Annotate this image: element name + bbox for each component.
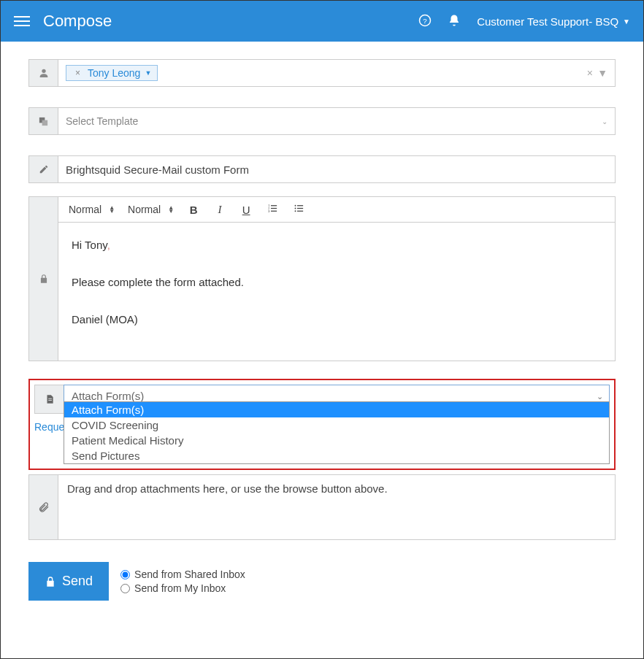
toolbar-style2-label: Normal [128, 204, 161, 215]
template-select[interactable]: Select Template ⌄ [58, 107, 616, 135]
unordered-list-button[interactable] [292, 203, 305, 216]
toolbar-style1-label: Normal [69, 204, 101, 215]
pencil-icon [28, 155, 58, 183]
svg-rect-17 [48, 398, 52, 399]
svg-point-16 [294, 210, 296, 212]
subject-row [28, 155, 616, 183]
attach-forms-highlight: Attach Form(s) ⌄ Reque Attach Form(s) CO… [28, 379, 616, 470]
form-icon [34, 385, 64, 414]
bold-button[interactable]: B [187, 204, 200, 216]
send-button[interactable]: Send [28, 562, 109, 601]
radio-shared-label: Send from Shared Inbox [134, 569, 245, 580]
person-icon [28, 59, 58, 87]
bell-icon[interactable] [448, 14, 461, 29]
updown-icon: ▲▼ [109, 206, 115, 213]
remove-recipient-icon[interactable]: × [72, 68, 83, 78]
recipient-tag[interactable]: × Tony Leong ▼ [66, 65, 158, 81]
send-row: Send Send from Shared Inbox Send from My… [28, 562, 616, 601]
svg-point-2 [42, 69, 45, 73]
radio-shared-input[interactable] [120, 570, 130, 579]
template-icon [28, 107, 58, 135]
svg-rect-6 [271, 208, 277, 209]
app-header: Compose ? Customer Test Support- BSQ ▼ [1, 1, 643, 42]
editor-greeting: Hi Tony [72, 239, 107, 251]
user-label-text: Customer Test Support- BSQ [477, 15, 618, 28]
editor-row: Normal ▲▼ Normal ▲▼ B I U 123 [28, 196, 616, 361]
attach-option[interactable]: COVID Screening [64, 417, 609, 433]
clear-all-recipients-icon[interactable]: × [587, 67, 593, 79]
toolbar-style-select-2[interactable]: Normal ▲▼ [128, 204, 174, 215]
editor-body[interactable]: Hi Tony, Please complete the form attach… [58, 223, 616, 361]
svg-text:?: ? [423, 16, 427, 24]
template-placeholder: Select Template [66, 115, 138, 127]
lock-icon [28, 196, 58, 361]
svg-rect-5 [271, 205, 277, 206]
editor-signature: Daniel (MOA) [72, 310, 602, 329]
radio-my-inbox[interactable]: Send from My Inbox [120, 582, 245, 594]
attachment-dropzone-row: Drag and drop attachments here, or use t… [28, 474, 616, 540]
template-row: Select Template ⌄ [28, 107, 616, 135]
subject-field-cell [58, 155, 616, 183]
italic-button[interactable]: I [213, 204, 226, 216]
template-dropdown-icon: ⌄ [602, 117, 607, 126]
recipient-field[interactable]: × Tony Leong ▼ × ▼ [58, 59, 616, 87]
svg-point-15 [294, 208, 296, 209]
recipient-dropdown-icon[interactable]: ▼ [597, 67, 607, 79]
svg-point-14 [294, 205, 296, 207]
recipient-row: × Tony Leong ▼ × ▼ [28, 59, 616, 87]
editor-comma: , [107, 239, 110, 251]
attach-option[interactable]: Send Pictures [64, 448, 609, 463]
attach-forms-dropdown: Attach Form(s) COVID Screening Patient M… [64, 401, 610, 464]
updown-icon: ▲▼ [168, 206, 174, 213]
user-menu[interactable]: Customer Test Support- BSQ ▼ [477, 15, 630, 28]
page-title: Compose [43, 12, 418, 31]
editor-line2: Please complete the form attached. [72, 273, 602, 292]
help-icon[interactable]: ? [418, 14, 432, 29]
recipient-caret-icon[interactable]: ▼ [145, 69, 151, 77]
svg-rect-12 [297, 208, 303, 209]
recipient-name: Tony Leong [88, 67, 140, 79]
send-from-group: Send from Shared Inbox Send from My Inbo… [120, 566, 245, 596]
attach-option[interactable]: Patient Medical History [64, 433, 609, 448]
ordered-list-button[interactable]: 123 [266, 203, 279, 216]
subject-input[interactable] [66, 163, 607, 176]
svg-text:3: 3 [268, 210, 269, 213]
menu-hamburger-icon[interactable] [14, 16, 30, 26]
svg-rect-4 [42, 120, 48, 126]
paperclip-icon [28, 474, 58, 540]
radio-my-label: Send from My Inbox [134, 582, 226, 594]
radio-my-input[interactable] [120, 584, 130, 593]
attachment-dropzone[interactable]: Drag and drop attachments here, or use t… [58, 474, 616, 540]
lock-send-icon [45, 575, 56, 588]
underline-button[interactable]: U [239, 204, 253, 216]
svg-rect-13 [297, 211, 303, 212]
dropzone-text: Drag and drop attachments here, or use t… [67, 482, 388, 495]
send-label: Send [62, 574, 93, 589]
attach-option[interactable]: Attach Form(s) [64, 402, 609, 417]
caret-down-icon: ▼ [623, 18, 630, 26]
radio-shared-inbox[interactable]: Send from Shared Inbox [120, 569, 245, 580]
editor-toolbar: Normal ▲▼ Normal ▲▼ B I U 123 [58, 196, 616, 223]
chevron-down-icon: ⌄ [597, 392, 603, 401]
svg-rect-11 [297, 205, 303, 206]
toolbar-style-select-1[interactable]: Normal ▲▼ [69, 204, 115, 215]
attach-forms-selected: Attach Form(s) [72, 390, 144, 402]
svg-rect-7 [271, 211, 277, 212]
svg-rect-18 [48, 400, 52, 401]
